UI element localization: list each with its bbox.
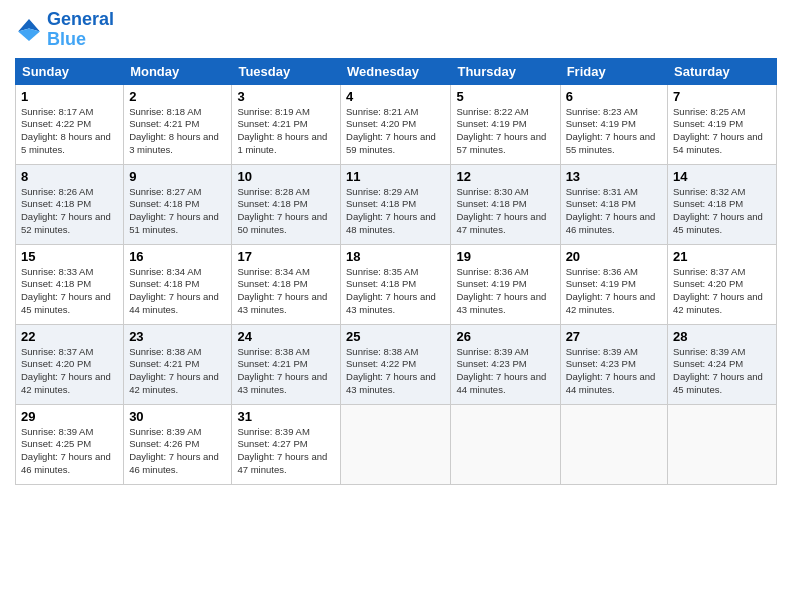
day-info: Sunrise: 8:38 AMSunset: 4:22 PMDaylight:…	[346, 346, 445, 397]
day-number: 5	[456, 89, 554, 104]
day-info: Sunrise: 8:23 AMSunset: 4:19 PMDaylight:…	[566, 106, 662, 157]
day-info: Sunrise: 8:31 AMSunset: 4:18 PMDaylight:…	[566, 186, 662, 237]
day-cell: 12Sunrise: 8:30 AMSunset: 4:18 PMDayligh…	[451, 164, 560, 244]
weekday-header-tuesday: Tuesday	[232, 58, 341, 84]
day-number: 30	[129, 409, 226, 424]
day-info: Sunrise: 8:26 AMSunset: 4:18 PMDaylight:…	[21, 186, 118, 237]
day-number: 15	[21, 249, 118, 264]
day-info: Sunrise: 8:37 AMSunset: 4:20 PMDaylight:…	[21, 346, 118, 397]
day-info: Sunrise: 8:29 AMSunset: 4:18 PMDaylight:…	[346, 186, 445, 237]
day-number: 28	[673, 329, 771, 344]
day-cell: 10Sunrise: 8:28 AMSunset: 4:18 PMDayligh…	[232, 164, 341, 244]
day-cell: 3Sunrise: 8:19 AMSunset: 4:21 PMDaylight…	[232, 84, 341, 164]
weekday-header-saturday: Saturday	[668, 58, 777, 84]
weekday-header-row: SundayMondayTuesdayWednesdayThursdayFrid…	[16, 58, 777, 84]
day-number: 23	[129, 329, 226, 344]
weekday-header-monday: Monday	[124, 58, 232, 84]
day-cell: 28Sunrise: 8:39 AMSunset: 4:24 PMDayligh…	[668, 324, 777, 404]
week-row-5: 29Sunrise: 8:39 AMSunset: 4:25 PMDayligh…	[16, 404, 777, 484]
day-cell	[560, 404, 667, 484]
day-number: 18	[346, 249, 445, 264]
day-cell: 7Sunrise: 8:25 AMSunset: 4:19 PMDaylight…	[668, 84, 777, 164]
day-info: Sunrise: 8:19 AMSunset: 4:21 PMDaylight:…	[237, 106, 335, 157]
day-cell: 24Sunrise: 8:38 AMSunset: 4:21 PMDayligh…	[232, 324, 341, 404]
day-cell: 27Sunrise: 8:39 AMSunset: 4:23 PMDayligh…	[560, 324, 667, 404]
day-number: 29	[21, 409, 118, 424]
logo-icon	[15, 16, 43, 44]
day-info: Sunrise: 8:33 AMSunset: 4:18 PMDaylight:…	[21, 266, 118, 317]
page-container: General Blue SundayMondayTuesdayWednesda…	[0, 0, 792, 495]
day-cell: 23Sunrise: 8:38 AMSunset: 4:21 PMDayligh…	[124, 324, 232, 404]
day-number: 17	[237, 249, 335, 264]
day-info: Sunrise: 8:34 AMSunset: 4:18 PMDaylight:…	[237, 266, 335, 317]
day-info: Sunrise: 8:36 AMSunset: 4:19 PMDaylight:…	[566, 266, 662, 317]
day-cell: 2Sunrise: 8:18 AMSunset: 4:21 PMDaylight…	[124, 84, 232, 164]
day-cell: 29Sunrise: 8:39 AMSunset: 4:25 PMDayligh…	[16, 404, 124, 484]
day-number: 20	[566, 249, 662, 264]
day-info: Sunrise: 8:39 AMSunset: 4:26 PMDaylight:…	[129, 426, 226, 477]
day-cell: 25Sunrise: 8:38 AMSunset: 4:22 PMDayligh…	[341, 324, 451, 404]
day-info: Sunrise: 8:25 AMSunset: 4:19 PMDaylight:…	[673, 106, 771, 157]
day-info: Sunrise: 8:22 AMSunset: 4:19 PMDaylight:…	[456, 106, 554, 157]
header: General Blue	[15, 10, 777, 50]
day-cell	[341, 404, 451, 484]
weekday-header-thursday: Thursday	[451, 58, 560, 84]
week-row-4: 22Sunrise: 8:37 AMSunset: 4:20 PMDayligh…	[16, 324, 777, 404]
day-number: 13	[566, 169, 662, 184]
day-cell: 22Sunrise: 8:37 AMSunset: 4:20 PMDayligh…	[16, 324, 124, 404]
day-info: Sunrise: 8:28 AMSunset: 4:18 PMDaylight:…	[237, 186, 335, 237]
day-number: 10	[237, 169, 335, 184]
day-info: Sunrise: 8:39 AMSunset: 4:27 PMDaylight:…	[237, 426, 335, 477]
weekday-header-friday: Friday	[560, 58, 667, 84]
day-number: 31	[237, 409, 335, 424]
day-info: Sunrise: 8:38 AMSunset: 4:21 PMDaylight:…	[237, 346, 335, 397]
day-number: 9	[129, 169, 226, 184]
day-number: 19	[456, 249, 554, 264]
day-cell: 4Sunrise: 8:21 AMSunset: 4:20 PMDaylight…	[341, 84, 451, 164]
day-info: Sunrise: 8:39 AMSunset: 4:24 PMDaylight:…	[673, 346, 771, 397]
day-info: Sunrise: 8:27 AMSunset: 4:18 PMDaylight:…	[129, 186, 226, 237]
weekday-header-sunday: Sunday	[16, 58, 124, 84]
logo-blue: Blue	[47, 29, 86, 49]
day-cell: 13Sunrise: 8:31 AMSunset: 4:18 PMDayligh…	[560, 164, 667, 244]
day-info: Sunrise: 8:37 AMSunset: 4:20 PMDaylight:…	[673, 266, 771, 317]
logo: General Blue	[15, 10, 114, 50]
day-number: 8	[21, 169, 118, 184]
day-cell: 14Sunrise: 8:32 AMSunset: 4:18 PMDayligh…	[668, 164, 777, 244]
week-row-3: 15Sunrise: 8:33 AMSunset: 4:18 PMDayligh…	[16, 244, 777, 324]
day-number: 26	[456, 329, 554, 344]
day-cell: 17Sunrise: 8:34 AMSunset: 4:18 PMDayligh…	[232, 244, 341, 324]
day-info: Sunrise: 8:21 AMSunset: 4:20 PMDaylight:…	[346, 106, 445, 157]
day-info: Sunrise: 8:36 AMSunset: 4:19 PMDaylight:…	[456, 266, 554, 317]
day-number: 4	[346, 89, 445, 104]
day-info: Sunrise: 8:30 AMSunset: 4:18 PMDaylight:…	[456, 186, 554, 237]
day-number: 11	[346, 169, 445, 184]
weekday-header-wednesday: Wednesday	[341, 58, 451, 84]
day-cell: 30Sunrise: 8:39 AMSunset: 4:26 PMDayligh…	[124, 404, 232, 484]
logo-text: General Blue	[47, 10, 114, 50]
day-cell: 9Sunrise: 8:27 AMSunset: 4:18 PMDaylight…	[124, 164, 232, 244]
day-cell: 20Sunrise: 8:36 AMSunset: 4:19 PMDayligh…	[560, 244, 667, 324]
day-cell: 21Sunrise: 8:37 AMSunset: 4:20 PMDayligh…	[668, 244, 777, 324]
logo-general: General	[47, 9, 114, 29]
day-number: 7	[673, 89, 771, 104]
day-info: Sunrise: 8:34 AMSunset: 4:18 PMDaylight:…	[129, 266, 226, 317]
day-number: 16	[129, 249, 226, 264]
day-info: Sunrise: 8:38 AMSunset: 4:21 PMDaylight:…	[129, 346, 226, 397]
day-info: Sunrise: 8:35 AMSunset: 4:18 PMDaylight:…	[346, 266, 445, 317]
week-row-2: 8Sunrise: 8:26 AMSunset: 4:18 PMDaylight…	[16, 164, 777, 244]
calendar-table: SundayMondayTuesdayWednesdayThursdayFrid…	[15, 58, 777, 485]
day-cell: 8Sunrise: 8:26 AMSunset: 4:18 PMDaylight…	[16, 164, 124, 244]
day-info: Sunrise: 8:39 AMSunset: 4:23 PMDaylight:…	[456, 346, 554, 397]
day-cell: 19Sunrise: 8:36 AMSunset: 4:19 PMDayligh…	[451, 244, 560, 324]
day-cell: 6Sunrise: 8:23 AMSunset: 4:19 PMDaylight…	[560, 84, 667, 164]
day-number: 24	[237, 329, 335, 344]
day-number: 27	[566, 329, 662, 344]
day-number: 22	[21, 329, 118, 344]
week-row-1: 1Sunrise: 8:17 AMSunset: 4:22 PMDaylight…	[16, 84, 777, 164]
day-cell: 15Sunrise: 8:33 AMSunset: 4:18 PMDayligh…	[16, 244, 124, 324]
day-number: 21	[673, 249, 771, 264]
day-number: 14	[673, 169, 771, 184]
day-number: 25	[346, 329, 445, 344]
day-cell: 1Sunrise: 8:17 AMSunset: 4:22 PMDaylight…	[16, 84, 124, 164]
